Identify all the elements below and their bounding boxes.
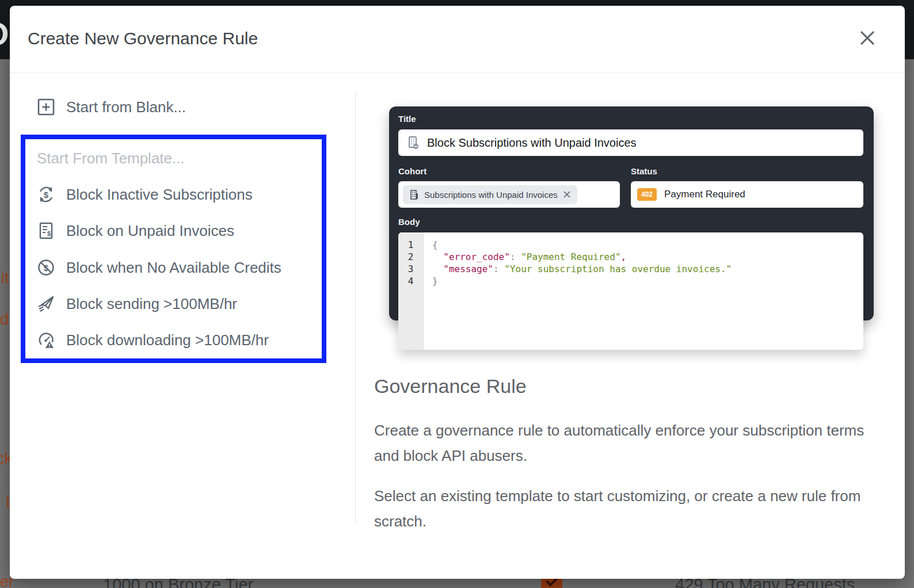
money-off-icon: $: [37, 258, 55, 277]
cohort-input[interactable]: Subscriptions with Unpaid Invoices: [398, 181, 620, 208]
line-number: 4: [398, 275, 423, 287]
title-input-value: Block Subscriptions with Unpaid Invoices: [427, 136, 637, 150]
cohort-field-label: Cohort: [398, 166, 426, 176]
status-field-label: Status: [631, 166, 657, 176]
line-number: 1: [398, 239, 423, 251]
editor-code-content: { "error_code": "Payment Required", "mes…: [424, 232, 863, 287]
title-field-label: Title: [398, 114, 416, 124]
template-option-block-downloading[interactable]: Block downloading >100MB/hr: [37, 329, 269, 352]
modal-title: Create New Governance Rule: [28, 29, 258, 48]
start-from-blank-label: Start from Blank...: [66, 98, 186, 116]
template-option-block-inactive-subscriptions[interactable]: $ Block Inactive Subscriptions: [37, 183, 253, 206]
background-checkbox: [541, 578, 562, 588]
cohort-chip[interactable]: Subscriptions with Unpaid Invoices: [403, 185, 577, 204]
svg-text:$: $: [47, 230, 51, 237]
plus-square-icon: [37, 98, 55, 116]
template-label: Block Inactive Subscriptions: [66, 186, 253, 204]
cohort-chip-remove-icon[interactable]: [563, 190, 571, 198]
status-code-badge: 402: [637, 188, 657, 201]
template-label: Block downloading >100MB/hr: [66, 331, 269, 349]
editor-line-number-gutter: 1 2 3 4: [398, 232, 424, 350]
rule-description-paragraph: Create a governance rule to automaticall…: [374, 418, 874, 468]
code-line: "message": "Your subscription has overdu…: [432, 264, 732, 274]
template-label: Block sending >100MB/hr: [66, 295, 237, 313]
code-brace: {: [432, 239, 438, 250]
cohort-building-icon: [409, 190, 419, 200]
create-governance-rule-modal: Create New Governance Rule Start from Bl…: [10, 6, 905, 579]
background-text-fragment: d: [0, 311, 9, 329]
screen: OV it d ck L er 1000 on Bronze Tier 429 …: [0, 0, 914, 588]
panel-divider: [355, 92, 356, 522]
line-number: 2: [398, 251, 423, 263]
template-option-block-on-unpaid-invoices[interactable]: $ Block on Unpaid Invoices: [37, 219, 234, 242]
template-option-block-no-available-credits[interactable]: $ Block when No Available Credits: [37, 256, 281, 279]
template-option-block-sending[interactable]: Block sending >100MB/hr: [37, 292, 237, 315]
line-number: 3: [398, 263, 423, 275]
template-list-highlight-box: Start From Template... $ Block Inactive …: [21, 135, 326, 363]
title-input[interactable]: Block Subscriptions with Unpaid Invoices: [398, 129, 863, 156]
template-label: Block when No Available Credits: [66, 259, 281, 277]
subscription-building-icon: [406, 136, 420, 150]
cohort-chip-label: Subscriptions with Unpaid Invoices: [424, 190, 558, 200]
close-icon: [858, 28, 877, 48]
status-select[interactable]: 402 Payment Required: [631, 181, 863, 208]
template-label: Block on Unpaid Invoices: [66, 222, 234, 240]
send-icon: [37, 295, 55, 313]
code-line: "error_code": "Payment Required",: [432, 251, 626, 262]
currency-exchange-icon: $: [37, 185, 55, 204]
body-field-label: Body: [398, 217, 420, 227]
close-button[interactable]: [858, 26, 881, 49]
status-text: Payment Required: [664, 189, 745, 200]
body-code-editor[interactable]: 1 2 3 4 { "error_code": "Payment Require…: [398, 232, 863, 350]
checkmark-icon: [546, 578, 558, 587]
template-list-placeholder: Start From Template...: [37, 150, 185, 167]
invoice-icon: $: [37, 222, 55, 240]
background-text-fragment: it: [1, 269, 9, 287]
modal-header: Create New Governance Rule: [10, 6, 905, 73]
rule-type-heading: Governance Rule: [374, 375, 527, 398]
rule-instructions-paragraph: Select an existing template to start cus…: [374, 483, 881, 534]
svg-text:$: $: [44, 190, 49, 200]
code-brace: }: [432, 276, 438, 287]
start-from-blank-option[interactable]: Start from Blank...: [37, 97, 186, 117]
gauge-warning-icon: [37, 331, 55, 349]
